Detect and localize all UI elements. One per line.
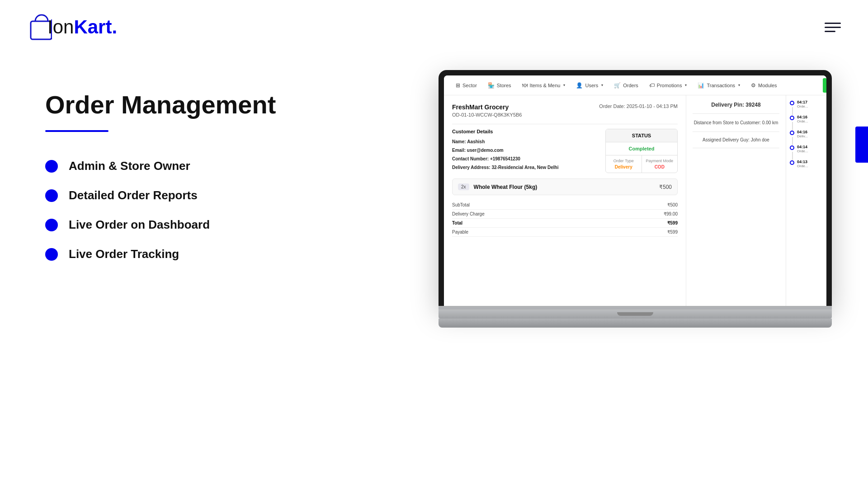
feature-dot-reports	[45, 189, 58, 202]
timeline-item-4: 04:13 Orde...	[790, 160, 823, 168]
customer-email-row: Email: user@demo.com	[452, 147, 599, 154]
order-sidebar: Delivery Pin: 39248 Distance from Store …	[686, 95, 786, 306]
order-type-label: Order Type	[608, 159, 640, 163]
status-value: Completed	[606, 142, 677, 155]
status-bottom: Order Type Delivery Payment Mode COD	[606, 155, 677, 173]
timeline-desc-4: Orde...	[797, 164, 808, 168]
feature-dot-tracking	[45, 248, 58, 261]
timeline-time-1: 04:16	[797, 115, 808, 119]
timeline-item-0: 04:17 Orde...	[790, 100, 823, 108]
nav-orders[interactable]: 🛒 Orders	[609, 82, 643, 89]
customer-contact-row: Contact Number: +19876541230	[452, 156, 599, 162]
transactions-icon: 📊	[698, 82, 704, 89]
status-header: STATUS	[606, 129, 677, 142]
store-name: FreshMart Grocery	[452, 103, 522, 111]
feature-label-dashboard: Live Order on Dashboard	[69, 218, 210, 232]
hamburger-line-3	[825, 31, 835, 32]
timeline-item-1: 04:16 Orde...	[790, 115, 823, 123]
feature-item-tracking: Live Order Tracking	[45, 247, 307, 261]
subtotal-row: SubTotal ₹500	[452, 201, 678, 210]
feature-item-reports: Detailed Order Reports	[45, 188, 307, 202]
blue-side-button[interactable]	[855, 127, 868, 163]
timeline-dot-0	[790, 101, 794, 105]
timeline-time-4: 04:13	[797, 160, 808, 164]
delivery-pin: Delivery Pin: 39248	[693, 102, 779, 114]
timeline-dot-2	[790, 131, 794, 135]
transactions-chevron: ▾	[738, 83, 740, 87]
assigned-delivery: Assigned Delivery Guy: John doe	[693, 137, 779, 148]
sector-icon: ⊞	[456, 82, 460, 89]
order-type-cell: Order Type Delivery	[606, 155, 642, 173]
hamburger-line-1	[825, 23, 841, 24]
stores-icon: 🏪	[488, 82, 495, 89]
order-timeline: 04:17 Orde... 04:16 Orde...	[786, 95, 826, 306]
payment-mode-label: Payment Mode	[644, 159, 676, 163]
modules-icon: ⚙	[751, 82, 756, 89]
laptop-base	[439, 306, 832, 319]
delivery-charge-row: Delivery Charge ₹99.00	[452, 210, 678, 219]
green-action-button[interactable]	[823, 78, 826, 93]
timeline-desc-0: Orde...	[797, 104, 808, 108]
promotions-icon: 🏷	[649, 82, 655, 89]
timeline-time-3: 04:14	[797, 145, 808, 149]
logo: IonKart.	[27, 11, 117, 43]
feature-label-reports: Detailed Order Reports	[69, 188, 198, 202]
items-icon: 🍽	[522, 82, 528, 89]
laptop-stand	[439, 319, 832, 328]
payment-mode-value: COD	[644, 164, 676, 169]
timeline-desc-2: Deliv...	[797, 134, 808, 138]
nav-promotions[interactable]: 🏷 Promotions ▾	[645, 82, 692, 89]
nav-stores[interactable]: 🏪 Stores	[483, 82, 516, 89]
feature-item-dashboard: Live Order on Dashboard	[45, 218, 307, 232]
order-item-row: 2x Whole Wheat Flour (5kg) ₹500	[452, 178, 678, 195]
laptop-notch	[617, 312, 653, 316]
hamburger-line-2	[825, 27, 841, 28]
laptop-navbar: ⊞ Sector 🏪 Stores 🍽 Items & Menu ▾ 👤 Use…	[444, 75, 826, 95]
feature-list: Admin & Store Owner Detailed Order Repor…	[45, 159, 307, 261]
timeline-item-3: 04:14 Orde...	[790, 145, 823, 153]
order-date: Order Date: 2025-01-10 - 04:13 PM	[599, 103, 678, 109]
left-content: Order Management Admin & Store Owner Det…	[45, 90, 307, 261]
nav-modules[interactable]: ⚙ Modules	[746, 82, 782, 89]
order-detail-cols: Customer Details Name: Aashish Email: us…	[452, 129, 678, 173]
nav-transactions[interactable]: 📊 Transactions ▾	[693, 82, 745, 89]
header-divider	[452, 124, 678, 124]
page-title: Order Management	[45, 90, 307, 119]
laptop-screen-outer: ⊞ Sector 🏪 Stores 🍽 Items & Menu ▾ 👤 Use…	[439, 70, 832, 306]
promotions-chevron: ▾	[685, 83, 687, 87]
nav-sector[interactable]: ⊞ Sector	[451, 82, 481, 89]
users-icon: 👤	[576, 82, 583, 89]
item-info: 2x Whole Wheat Flour (5kg)	[458, 183, 537, 190]
items-menu-chevron: ▾	[563, 83, 565, 87]
order-items-section: 2x Whole Wheat Flour (5kg) ₹500	[452, 178, 678, 195]
feature-dot-dashboard	[45, 219, 58, 231]
nav-users[interactable]: 👤 Users ▾	[571, 82, 608, 89]
orders-icon: 🛒	[614, 82, 621, 89]
order-id: OD-01-10-WCCW-Q8K3KY5B6	[452, 112, 522, 117]
laptop-screen-inner: ⊞ Sector 🏪 Stores 🍽 Items & Menu ▾ 👤 Use…	[444, 75, 826, 306]
customer-address-row: Delivery Address: 32-Residencial Area, N…	[452, 164, 599, 171]
distance-info: Distance from Store to Customer: 0.00 km	[693, 119, 779, 132]
order-type-value: Delivery	[608, 164, 640, 169]
timeline-time-0: 04:17	[797, 100, 808, 104]
timeline-dot-1	[790, 116, 794, 120]
laptop-mockup: ⊞ Sector 🏪 Stores 🍽 Items & Menu ▾ 👤 Use…	[439, 70, 832, 328]
order-header: FreshMart Grocery OD-01-10-WCCW-Q8K3KY5B…	[452, 103, 678, 117]
feature-label-admin: Admin & Store Owner	[69, 159, 190, 173]
customer-details-title: Customer Details	[452, 129, 599, 134]
timeline-desc-3: Orde...	[797, 149, 808, 153]
users-chevron: ▾	[601, 83, 603, 87]
timeline-dot-3	[790, 145, 794, 150]
payable-row: Payable ₹599	[452, 228, 678, 237]
item-price: ₹500	[659, 184, 672, 190]
hamburger-menu[interactable]	[825, 23, 841, 32]
item-qty: 2x	[458, 183, 469, 190]
feature-label-tracking: Live Order Tracking	[69, 247, 179, 261]
feature-item-admin: Admin & Store Owner	[45, 159, 307, 173]
timeline-dot-4	[790, 160, 794, 165]
payment-mode-cell: Payment Mode COD	[642, 155, 678, 173]
nav-items-menu[interactable]: 🍽 Items & Menu ▾	[518, 82, 570, 89]
timeline-time-2: 04:16	[797, 130, 808, 134]
header: IonKart.	[0, 0, 868, 54]
customer-name-row: Name: Aashish	[452, 139, 599, 145]
